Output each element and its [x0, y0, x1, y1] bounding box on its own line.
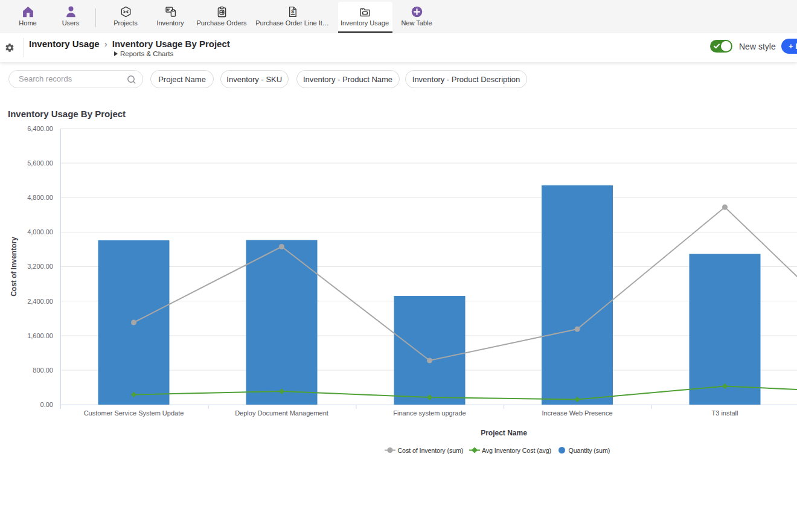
svg-text:Quantity (sum): Quantity (sum) [569, 447, 610, 454]
svg-text:Finance system upgrade: Finance system upgrade [393, 409, 466, 417]
svg-text:4,000.00: 4,000.00 [27, 228, 53, 236]
svg-text:$: $ [291, 8, 294, 14]
svg-text:T3 install: T3 install [711, 409, 738, 417]
svg-text:6,400.00: 6,400.00 [27, 125, 53, 132]
svg-text:Increase Web Presence: Increase Web Presence [542, 409, 612, 417]
svg-text:2,400.00: 2,400.00 [27, 298, 53, 305]
svg-text:Deploy Document Management: Deploy Document Management [235, 409, 328, 417]
svg-text:Cost of Inventory (sum): Cost of Inventory (sum) [398, 447, 464, 454]
svg-text:800.00: 800.00 [33, 367, 53, 374]
svg-text:Cost of Inventory: Cost of Inventory [10, 237, 18, 296]
svg-text:Project Name: Project Name [481, 429, 527, 437]
svg-text:4,800.00: 4,800.00 [27, 194, 53, 201]
svg-text:Avg Inventory Cost (avg): Avg Inventory Cost (avg) [482, 447, 551, 454]
svg-text:5,600.00: 5,600.00 [27, 159, 53, 167]
svg-text:Inventory Usage By Project: Inventory Usage By Project [8, 109, 126, 119]
svg-text:Customer Service System Update: Customer Service System Update [84, 409, 184, 417]
svg-text:0.00: 0.00 [40, 401, 53, 408]
svg-text:1,600.00: 1,600.00 [27, 332, 53, 339]
svg-text:3,200.00: 3,200.00 [27, 263, 53, 270]
